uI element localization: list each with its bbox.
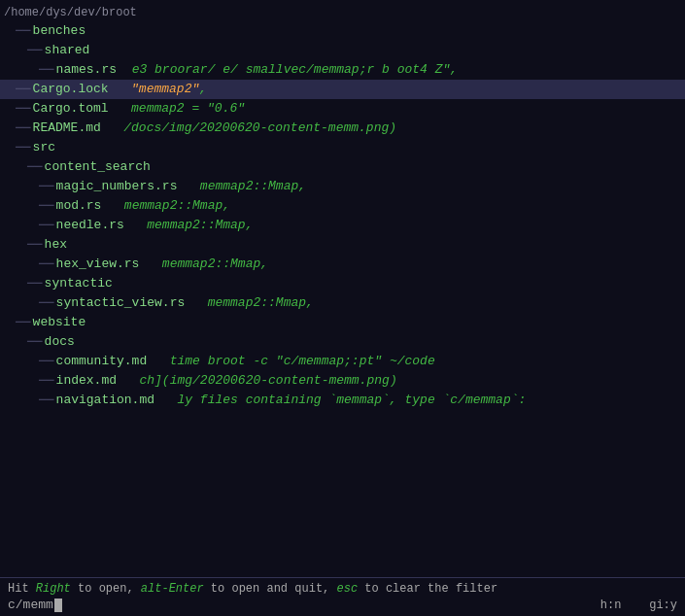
list-item: ── hex_view.rs memmap2::Mmap,: [0, 255, 685, 274]
match-text: time broot -c "c/memmap;:pt" ~/code: [147, 352, 434, 371]
line-info: h:n: [600, 599, 622, 612]
tree-prefix: ──: [16, 21, 31, 41]
tree-prefix: ──: [16, 80, 31, 99]
esc-key: esc: [336, 582, 358, 596]
tree-prefix: ──: [39, 255, 54, 274]
tree-prefix: ──: [39, 391, 54, 410]
match-text: memmap2::Mmap,: [177, 177, 306, 196]
file-tree: /home/dys/dev/broot ── benches ── shared…: [0, 0, 685, 577]
list-item: ── README.md /docs/img/20200620-content-…: [0, 119, 685, 138]
filter-bar: c/memm h:n gi:y: [8, 598, 677, 612]
list-item: ── magic_numbers.rs memmap2::Mmap,: [0, 177, 685, 196]
match-text: e3 broorar/ e/ smallvec/memmap;r b oot4 …: [117, 60, 458, 80]
file-name: magic_numbers.rs: [56, 177, 178, 196]
match-text: memmap2 = "0.6": [109, 99, 245, 119]
tree-prefix: ──: [16, 138, 31, 157]
list-item[interactable]: ── Cargo.lock "memmap2",: [0, 80, 685, 99]
dir-name: website: [33, 313, 86, 332]
filter-label: c/memm: [8, 598, 53, 612]
file-name: names.rs: [56, 60, 117, 80]
tree-prefix: ──: [39, 60, 54, 80]
file-name: syntactic_view.rs: [56, 293, 186, 313]
list-item: ── docs: [0, 332, 685, 352]
tree-prefix: ──: [27, 41, 43, 60]
list-item: ── src: [0, 138, 685, 157]
list-item: ── navigation.md ly files containing `me…: [0, 391, 685, 410]
dir-name: benches: [33, 21, 86, 41]
tree-prefix: ──: [16, 313, 31, 332]
match-text: memmap2::Mmap,: [185, 293, 314, 313]
list-item: ── shared: [0, 41, 685, 60]
match-text: memmap2::Mmap,: [101, 196, 230, 216]
dir-name: docs: [45, 332, 75, 352]
tree-prefix: ──: [39, 352, 54, 371]
hint-text: Hit: [8, 582, 36, 596]
list-item: ── mod.rs memmap2::Mmap,: [0, 196, 685, 216]
list-item: ── index.md ch](img/20200620-content-mem…: [0, 371, 685, 391]
tree-prefix: ──: [39, 216, 54, 235]
list-item: ── needle.rs memmap2::Mmap,: [0, 216, 685, 235]
list-item: ── names.rs e3 broorar/ e/ smallvec/memm…: [0, 60, 685, 80]
file-name: needle.rs: [56, 216, 124, 235]
file-name: community.md: [56, 352, 148, 371]
list-item: ── community.md time broot -c "c/memmap;…: [0, 352, 685, 371]
tree-prefix: ──: [16, 99, 31, 119]
file-name: Cargo.toml: [33, 99, 109, 119]
list-item: ── hex: [0, 235, 685, 255]
alt-enter-key: alt-Enter: [141, 582, 204, 596]
match-text: ly files containing `memmap`, type `c/me…: [154, 391, 526, 410]
list-item: ── syntactic: [0, 274, 685, 293]
status-bar: Hit Right to open, alt-Enter to open and…: [0, 577, 685, 616]
position-info: h:n gi:y: [600, 599, 677, 612]
list-item: ── Cargo.toml memmap2 = "0.6": [0, 99, 685, 119]
dir-name: src: [33, 138, 55, 157]
tree-prefix: ──: [27, 274, 43, 293]
tree-prefix: ──: [27, 332, 43, 352]
match-text: /docs/img/20200620-content-memm.png): [101, 119, 396, 138]
tree-prefix: ──: [39, 196, 54, 216]
right-key: Right: [36, 582, 71, 596]
match-text: ch](img/20200620-content-memm.png): [117, 371, 397, 391]
file-name: hex_view.rs: [56, 255, 140, 274]
dir-name: shared: [45, 41, 90, 60]
mode-info-2: gi:y: [649, 599, 677, 612]
hint-text-3: to open and quit,: [211, 582, 337, 596]
file-name: README.md: [33, 119, 101, 138]
list-item: ── syntactic_view.rs memmap2::Mmap,: [0, 293, 685, 313]
list-item: ── website: [0, 313, 685, 332]
file-name: Cargo.lock: [33, 80, 109, 99]
hint-line: Hit Right to open, alt-Enter to open and…: [8, 582, 677, 596]
file-name: navigation.md: [56, 391, 154, 410]
file-name: index.md: [56, 371, 117, 391]
hint-text-2: to open,: [78, 582, 141, 596]
dir-name: content_search: [45, 157, 151, 177]
list-item: ── benches: [0, 21, 685, 41]
tree-prefix: ──: [39, 293, 54, 313]
file-name: mod.rs: [56, 196, 102, 216]
filter-input-area[interactable]: c/memm: [8, 598, 62, 612]
tree-prefix: ──: [27, 235, 43, 255]
hint-text-4: to clear the filter: [364, 582, 497, 596]
dir-name: syntactic: [45, 274, 113, 293]
tree-prefix: ──: [16, 119, 31, 138]
list-item: ── content_search: [0, 157, 685, 177]
mode-info: [629, 599, 642, 612]
filter-cursor: [54, 599, 62, 612]
match-text: memmap2::Mmap,: [139, 255, 268, 274]
tree-prefix: ──: [39, 177, 54, 196]
match-text: "memmap2",: [109, 80, 207, 99]
dir-name: hex: [45, 235, 67, 255]
breadcrumb: /home/dys/dev/broot: [0, 4, 685, 21]
tree-prefix: ──: [39, 371, 54, 391]
tree-prefix: ──: [27, 157, 43, 177]
match-text: memmap2::Mmap,: [124, 216, 254, 235]
